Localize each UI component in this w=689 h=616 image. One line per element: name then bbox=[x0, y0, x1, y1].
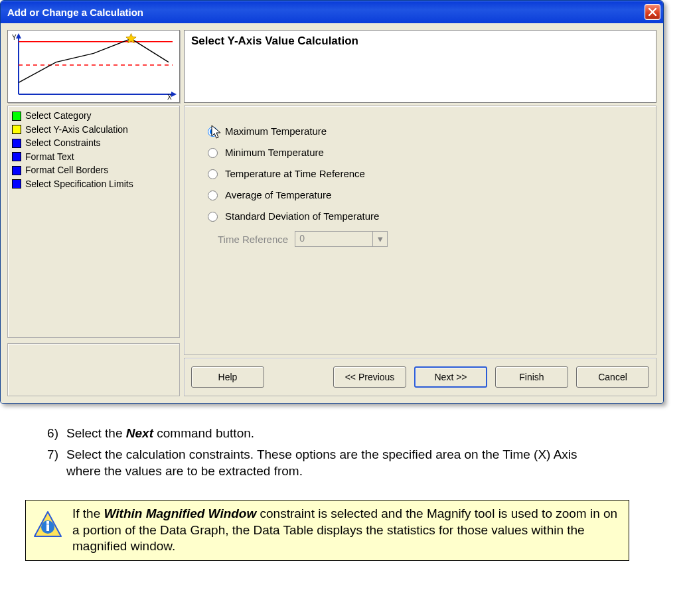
svg-text:X: X bbox=[167, 94, 172, 100]
step-heading: Select Y-Axis Value Calculation bbox=[184, 30, 656, 103]
next-button[interactable]: Next >> bbox=[414, 366, 487, 388]
calc-option-label: Temperature at Time Reference bbox=[225, 168, 365, 179]
calc-option-radio[interactable] bbox=[208, 169, 218, 179]
instruction-list: 6)Select the Next command button.7)Selec… bbox=[0, 409, 637, 491]
svg-marker-1 bbox=[16, 33, 21, 38]
step-swatch bbox=[12, 152, 21, 161]
previous-button[interactable]: << Previous bbox=[333, 366, 406, 388]
close-icon bbox=[648, 7, 657, 17]
calc-option[interactable]: Minimum Temperature bbox=[204, 146, 636, 158]
calc-option[interactable]: Temperature at Time Reference bbox=[204, 167, 636, 179]
help-button[interactable]: Help bbox=[191, 366, 264, 388]
step-label: Select Y-Axis Calculation bbox=[25, 124, 128, 136]
step-label: Format Text bbox=[25, 151, 74, 163]
step-swatch bbox=[12, 179, 21, 189]
step-label: Select Constraints bbox=[25, 137, 101, 149]
options-panel: Maximum TemperatureMinimum TemperatureTe… bbox=[184, 106, 656, 355]
wizard-step-item[interactable]: Select Category bbox=[12, 110, 177, 122]
svg-text:Y: Y bbox=[12, 34, 17, 41]
calc-option-label: Average of Temperature bbox=[225, 189, 331, 200]
wizard-step-item[interactable]: Select Specification Limits bbox=[12, 179, 177, 191]
step-swatch bbox=[12, 112, 21, 121]
wizard-step-item[interactable]: Format Cell Borders bbox=[12, 165, 177, 177]
calc-option-radio[interactable] bbox=[208, 148, 218, 158]
info-note-text: If the Within Magnified Window constrain… bbox=[72, 506, 622, 555]
instruction-text: Select the calculation constraints. Thes… bbox=[66, 446, 611, 480]
titlebar: Add or Change a Calculation bbox=[1, 1, 663, 23]
calc-option[interactable]: Standard Deviation of Temperature bbox=[204, 210, 636, 222]
calc-option-label: Minimum Temperature bbox=[225, 147, 324, 158]
calc-option-radio[interactable] bbox=[208, 127, 218, 137]
chevron-down-icon: ▾ bbox=[372, 232, 387, 246]
wizard-step-list: Select CategorySelect Y-Axis Calculation… bbox=[7, 106, 180, 338]
calculation-wizard-dialog: Add or Change a Calculation bbox=[0, 0, 664, 404]
svg-marker-3 bbox=[171, 92, 177, 97]
step-swatch bbox=[12, 125, 21, 134]
step-label: Select Specification Limits bbox=[25, 179, 133, 191]
instruction-text: Select the Next command button. bbox=[66, 425, 611, 442]
calc-option-label: Maximum Temperature bbox=[225, 125, 327, 137]
calc-option-radio[interactable] bbox=[208, 191, 218, 200]
button-row: Help << Previous Next >> Finish Cancel bbox=[184, 358, 656, 396]
window-title: Add or Change a Calculation bbox=[7, 7, 645, 18]
svg-rect-11 bbox=[46, 521, 49, 524]
instruction-item: 7)Select the calculation constraints. Th… bbox=[40, 446, 611, 480]
calc-option[interactable]: Average of Temperature bbox=[204, 189, 636, 200]
step-label: Select Category bbox=[25, 110, 92, 122]
wizard-step-item[interactable]: Select Constraints bbox=[12, 137, 177, 149]
chart-preview: Y X bbox=[7, 30, 180, 103]
calc-option[interactable]: Maximum Temperature bbox=[204, 125, 636, 137]
time-reference-field: 0 ▾ bbox=[295, 231, 388, 247]
info-icon bbox=[33, 510, 63, 540]
time-reference-value: 0 bbox=[295, 232, 372, 246]
calc-option-radio[interactable] bbox=[208, 212, 218, 222]
cancel-button[interactable]: Cancel bbox=[576, 366, 649, 388]
instruction-number: 7) bbox=[40, 446, 58, 480]
time-reference-row: Time Reference 0 ▾ bbox=[218, 231, 636, 247]
wizard-step-item[interactable]: Format Text bbox=[12, 151, 177, 163]
step-label: Format Cell Borders bbox=[25, 165, 108, 177]
finish-button[interactable]: Finish bbox=[495, 366, 568, 388]
calc-option-label: Standard Deviation of Temperature bbox=[225, 210, 379, 222]
left-spacer bbox=[7, 343, 180, 396]
instruction-number: 6) bbox=[40, 425, 58, 442]
wizard-step-item[interactable]: Select Y-Axis Calculation bbox=[12, 124, 177, 136]
info-note: If the Within Magnified Window constrain… bbox=[25, 500, 629, 561]
close-button[interactable] bbox=[645, 4, 660, 20]
svg-rect-10 bbox=[46, 524, 49, 531]
step-swatch bbox=[12, 139, 21, 148]
instruction-item: 6)Select the Next command button. bbox=[40, 425, 611, 442]
time-reference-label: Time Reference bbox=[218, 234, 288, 245]
step-swatch bbox=[12, 166, 21, 175]
